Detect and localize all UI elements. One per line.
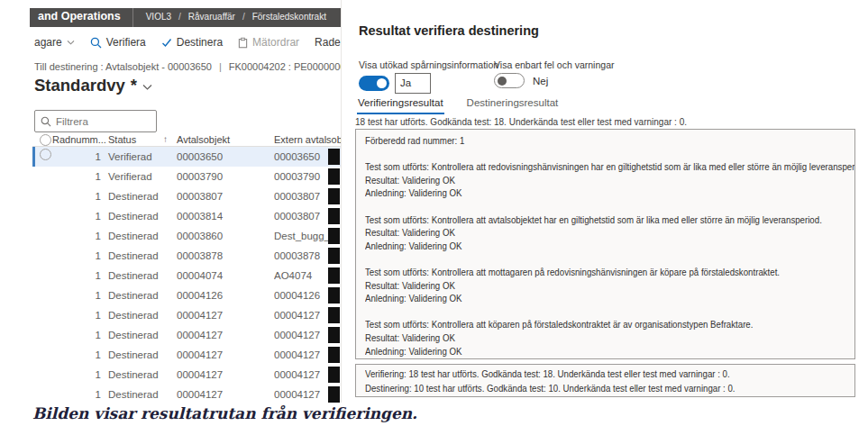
- toolbar-button-label: agare: [34, 36, 62, 49]
- result-line: Anledning: Validering OK: [365, 345, 788, 358]
- table-row[interactable]: 1Destinerad0000412700004127: [32, 305, 341, 325]
- table-row[interactable]: 1Destinerad0000412600004126: [32, 285, 341, 305]
- breadcrumb: VIOL3/Råvaruaffär/Förstaledskontrakt: [146, 12, 326, 22]
- column-header-extern-avtalsobjekt[interactable]: Extern avtalsobjekts: [274, 133, 341, 146]
- result-line: Förberedd rad nummer: 1: [365, 134, 788, 148]
- toggle-value-nej: Nej: [533, 76, 548, 86]
- toolbar-button-label: Destinera: [177, 36, 223, 49]
- breadcrumb-item-förstaledskontrakt[interactable]: Förstaledskontrakt: [252, 12, 326, 22]
- cell-radnummer: 1: [52, 186, 101, 206]
- cell-avtalsobjekt: 00004127: [177, 345, 223, 365]
- breadcrumb-item-råvaruaffär[interactable]: Råvaruaffär: [188, 12, 235, 22]
- table-row[interactable]: 1Destinerad0000387800003878: [32, 246, 341, 266]
- cell-radnummer: 1: [52, 365, 101, 385]
- column-header-avtalsobjekt[interactable]: Avtalsobjekt: [177, 133, 230, 146]
- cell-extern-avtalsobjekt: 00004126: [274, 285, 330, 305]
- table-row[interactable]: 1Destinerad0000412700004127: [32, 325, 341, 345]
- row-select-radio[interactable]: [40, 147, 51, 167]
- result-line: Test som utförts: Kontrollera att mottag…: [365, 266, 788, 279]
- verification-result-box[interactable]: Förberedd rad nummer: 1Test som utförts:…: [355, 129, 855, 359]
- toolbar-button-verifiera[interactable]: Verifiera: [90, 36, 146, 49]
- result-line: Verifiering: 18 test har utförts. Godkän…: [365, 367, 788, 382]
- redacted-cell: [328, 248, 340, 264]
- table-row[interactable]: 1Verifierad0000379000003790: [32, 167, 341, 186]
- cell-radnummer: 1: [52, 226, 101, 246]
- toggle-fel-och-varningar[interactable]: [494, 73, 525, 88]
- cell-extern-avtalsobjekt: Dest_bugg_82793: [274, 226, 330, 246]
- redacted-cell: [328, 386, 340, 403]
- cell-status: Destinerad: [108, 266, 159, 285]
- filter-text-field[interactable]: [56, 116, 151, 127]
- cell-avtalsobjekt: 00003860: [177, 226, 223, 246]
- result-line: Anledning: Validering OK: [365, 240, 788, 253]
- toggle-group-fel-och-varningar: Nej: [494, 73, 548, 88]
- record-context: Till destinering : Avtalsobjekt - 000036…: [34, 61, 341, 72]
- redacted-cell: [328, 149, 340, 165]
- redacted-cell: [328, 168, 340, 185]
- cell-extern-avtalsobjekt: 00003807: [274, 206, 330, 226]
- cell-extern-avtalsobjekt: 00004127: [274, 385, 330, 403]
- cell-extern-avtalsobjekt: 00003807: [274, 186, 330, 206]
- view-title-text: Standardvy: [34, 76, 125, 95]
- cell-radnummer: 1: [52, 385, 101, 403]
- result-blank-line: [365, 305, 788, 319]
- table-row[interactable]: 1Destinerad0000412700004127: [32, 345, 341, 365]
- toolbar-button-destinera[interactable]: Destinera: [161, 36, 223, 49]
- toggle-label-fel-och-varningar: Visa enbart fel och varningar: [494, 59, 614, 70]
- redacted-cell: [328, 267, 340, 284]
- column-header-status[interactable]: Status: [108, 133, 136, 146]
- tab-destineringsresultat[interactable]: Destineringsresultat: [466, 95, 560, 114]
- cell-extern-avtalsobjekt: 00004127: [274, 365, 330, 385]
- cell-extern-avtalsobjekt: AO4074: [274, 266, 330, 285]
- cell-status: Destinerad: [108, 206, 159, 226]
- cell-avtalsobjekt: 00003878: [177, 246, 223, 266]
- result-line: Resultat: Validering OK: [365, 174, 788, 187]
- table-row[interactable]: 1Destinerad0000412700004127: [32, 365, 341, 385]
- redacted-cell: [328, 208, 340, 224]
- result-footer-box[interactable]: Verifiering: 18 test har utförts. Godkän…: [355, 364, 855, 397]
- figure-caption: Bilden visar resultatrutan från verifier…: [32, 404, 417, 422]
- cell-avtalsobjekt: 00004127: [177, 365, 223, 385]
- check-icon: [161, 38, 172, 48]
- cell-status: Destinerad: [108, 285, 159, 305]
- app-title[interactable]: and Operations: [38, 10, 121, 23]
- cell-status: Destinerad: [108, 226, 159, 246]
- cell-avtalsobjekt: 00003790: [177, 167, 223, 186]
- toggle-sparningsinformation[interactable]: [359, 76, 389, 91]
- table-row[interactable]: 1Destinerad00003860Dest_bugg_82793: [32, 226, 341, 246]
- table-row[interactable]: 1Destinerad0000412700004127: [32, 385, 341, 403]
- cell-radnummer: 1: [52, 285, 101, 305]
- column-header-radnummer[interactable]: Radnumm...: [52, 133, 106, 146]
- table-row[interactable]: 1Destinerad0000380700003807: [32, 186, 341, 206]
- context-pipe: |: [219, 61, 222, 72]
- toolbar-button-mottagare[interactable]: agare: [34, 36, 75, 49]
- cell-status: Verifierad: [108, 147, 152, 167]
- view-selector[interactable]: Standardvy *: [34, 76, 152, 95]
- cell-status: Verifierad: [108, 167, 152, 186]
- tab-verifieringsresultat[interactable]: Verifieringsresultat: [357, 95, 444, 114]
- cell-radnummer: 1: [52, 345, 101, 365]
- redacted-cell: [328, 367, 340, 383]
- table-row[interactable]: 1Destinerad0000381400003807: [32, 206, 341, 226]
- cell-radnummer: 1: [52, 325, 101, 345]
- table-row[interactable]: 1Destinerad00004074AO4074: [32, 266, 341, 285]
- topbar-divider: [132, 8, 133, 27]
- clipboard-icon: [238, 37, 248, 49]
- breadcrumb-item-viol3[interactable]: VIOL3: [146, 12, 171, 22]
- grid-body: 1Verifierad00003650000036501Verifierad00…: [32, 147, 341, 403]
- cell-radnummer: 1: [52, 266, 101, 285]
- toolbar-button-matordrar: Mätordrar: [238, 36, 299, 49]
- table-row[interactable]: 1Verifierad0000365000003650: [32, 147, 341, 167]
- top-navigation-bar: and Operations VIOL3/Råvaruaffär/Förstal…: [30, 8, 341, 27]
- cell-avtalsobjekt: 00004127: [177, 305, 223, 325]
- breadcrumb-separator: /: [242, 12, 245, 22]
- result-line: Anledning: Validering OK: [365, 292, 788, 305]
- redacted-cell: [328, 287, 340, 304]
- cell-status: Destinerad: [108, 365, 159, 385]
- toggle-label-sparningsinformation: Visa utökad spårningsinformation: [359, 59, 498, 70]
- toolbar-button-radera[interactable]: Radera: [315, 36, 341, 49]
- result-line: Destinering: 10 test har utförts. Godkän…: [365, 382, 788, 396]
- filter-input[interactable]: [34, 110, 157, 132]
- breadcrumb-separator: /: [178, 12, 181, 22]
- result-line: Test som utförts: Kontrollera att avtals…: [365, 213, 788, 227]
